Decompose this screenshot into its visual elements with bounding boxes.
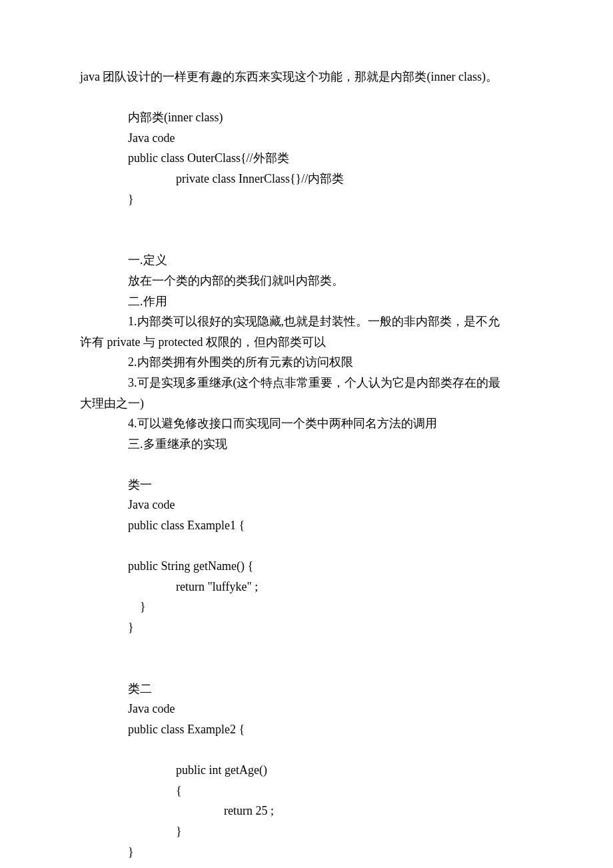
- purpose-item-1b: 许有 private 与 protected 权限的，但内部类可以: [80, 332, 533, 353]
- code-line: public String getName() {: [80, 556, 533, 577]
- blank-spacer: [80, 454, 533, 475]
- blank-spacer: [80, 536, 533, 557]
- code-line: }: [80, 189, 533, 210]
- java-code-label: Java code: [80, 699, 533, 719]
- purpose-item-1a: 1.内部类可以很好的实现隐藏,也就是封装性。一般的非内部类，是不允: [80, 311, 533, 332]
- blank-spacer: [80, 230, 533, 251]
- blank-spacer: [80, 87, 533, 108]
- code-line: private class InnerClass{}//内部类: [80, 169, 533, 189]
- code-line: public class Example2 {: [80, 719, 533, 740]
- definition-heading: 一.定义: [80, 250, 533, 271]
- blank-spacer: [80, 209, 533, 230]
- purpose-item-3a: 3.可是实现多重继承(这个特点非常重要，个人认为它是内部类存在的最: [80, 373, 533, 393]
- blank-spacer: [80, 740, 533, 761]
- purpose-item-2: 2.内部类拥有外围类的所有元素的访问权限: [80, 352, 533, 373]
- inner-class-title: 内部类(inner class): [80, 107, 533, 128]
- java-code-label: Java code: [80, 128, 533, 149]
- purpose-item-4: 4.可以避免修改接口而实现同一个类中两种同名方法的调用: [80, 413, 533, 434]
- class1-title: 类一: [80, 475, 533, 495]
- purpose-item-3b: 大理由之一): [80, 393, 533, 414]
- class2-title: 类二: [80, 679, 533, 699]
- code-line: }: [80, 617, 533, 638]
- code-line: }: [80, 842, 533, 863]
- code-line: }: [80, 597, 533, 617]
- java-code-label: Java code: [80, 495, 533, 515]
- code-line: {: [80, 781, 533, 801]
- intro-text: java 团队设计的一样更有趣的东西来实现这个功能，那就是内部类(inner c…: [80, 67, 533, 87]
- code-line: }: [80, 821, 533, 842]
- blank-spacer: [80, 638, 533, 659]
- code-line: public class Example1 {: [80, 515, 533, 536]
- purpose-heading: 二.作用: [80, 291, 533, 312]
- code-line: return "luffyke" ;: [80, 577, 533, 597]
- definition-text: 放在一个类的内部的类我们就叫内部类。: [80, 271, 533, 291]
- blank-spacer: [80, 658, 533, 679]
- code-line: return 25 ;: [80, 801, 533, 821]
- code-line: public class OuterClass{//外部类: [80, 148, 533, 169]
- code-line: public int getAge(): [80, 760, 533, 781]
- multi-inherit-heading: 三.多重继承的实现: [80, 434, 533, 455]
- blank-spacer: [80, 862, 533, 868]
